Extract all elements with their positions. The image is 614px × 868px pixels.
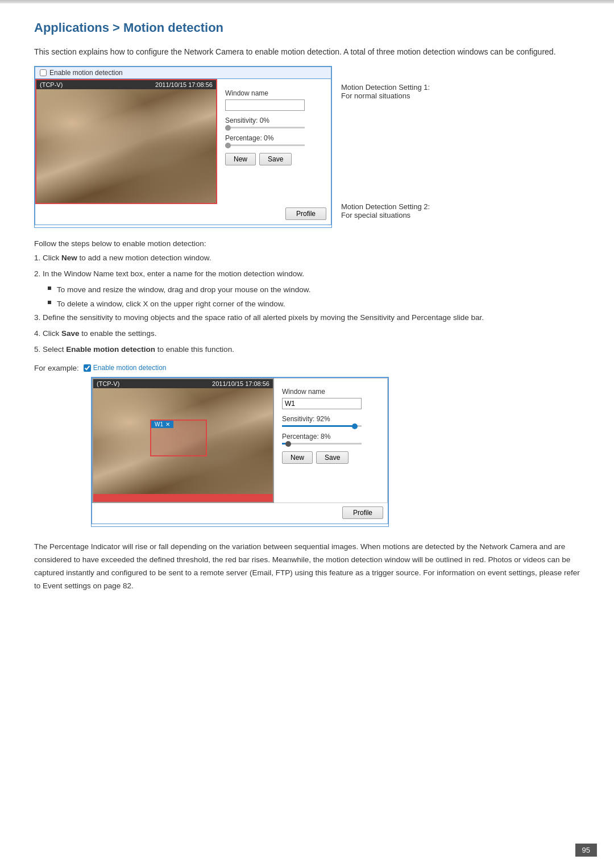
camera-image2: W1 ✕ bbox=[93, 388, 273, 502]
percentage-track bbox=[225, 144, 305, 146]
camera-settings-row2: (TCP-V) 2011/10/15 17:08:56 W1 ✕ bbox=[92, 378, 388, 503]
step4-bold: Save bbox=[61, 329, 80, 338]
annotation2-sub: For special situations bbox=[341, 211, 430, 219]
camera-image-inner bbox=[36, 89, 216, 203]
panel2-outer: (TCP-V) 2011/10/15 17:08:56 W1 ✕ bbox=[91, 377, 389, 527]
window-name-input2[interactable] bbox=[282, 398, 362, 409]
for-example-row: For example: Enable motion detection bbox=[34, 364, 580, 372]
sensitivity-label2: Sensitivity: 92% bbox=[282, 415, 379, 423]
percentage-thumb[interactable] bbox=[225, 143, 231, 148]
camera-header: (TCP-V) 2011/10/15 17:08:56 bbox=[36, 80, 216, 89]
sensitivity-label: Sensitivity: 0% bbox=[225, 117, 323, 124]
camera-timestamp: 2011/10/15 17:08:56 bbox=[155, 81, 213, 88]
intro-text: This section explains how to configure t… bbox=[34, 45, 580, 58]
new-button[interactable]: New bbox=[225, 153, 256, 165]
window-name-input[interactable] bbox=[225, 99, 305, 111]
top-bar bbox=[0, 0, 614, 3]
camera-header2: (TCP-V) 2011/10/15 17:08:56 bbox=[93, 379, 273, 388]
camera-label: (TCP-V) bbox=[40, 81, 63, 88]
w1-detection-box: W1 ✕ bbox=[150, 420, 207, 456]
profile-button2[interactable]: Profile bbox=[342, 506, 383, 519]
annotation1: Motion Detection Setting 1: For normal s… bbox=[341, 83, 430, 100]
annotation1-sub: For normal situations bbox=[341, 92, 430, 100]
camera-label2: (TCP-V) bbox=[97, 380, 119, 387]
w1-label-bar: W1 ✕ bbox=[151, 421, 173, 428]
red-indicator-bar bbox=[93, 494, 273, 502]
save-button[interactable]: Save bbox=[259, 153, 292, 165]
camera-settings-row: (TCP-V) 2011/10/15 17:08:56 Window name … bbox=[35, 79, 331, 204]
window-name-label: Window name bbox=[225, 89, 323, 97]
enable-label: Enable motion detection bbox=[49, 69, 123, 77]
camera-image bbox=[36, 89, 216, 203]
step1-bold: New bbox=[61, 254, 77, 262]
w1-text: W1 bbox=[155, 421, 163, 427]
steps-intro: Follow the steps below to enable motion … bbox=[34, 237, 580, 251]
profile-button[interactable]: Profile bbox=[285, 207, 326, 220]
camera-panel2: (TCP-V) 2011/10/15 17:08:56 W1 ✕ bbox=[92, 378, 274, 503]
annotation1-title: Motion Detection Setting 1: bbox=[341, 83, 430, 92]
example-enable-inline: Enable motion detection bbox=[84, 364, 167, 372]
sensitivity-thumb2[interactable] bbox=[352, 423, 358, 429]
percentage-label: Percentage: 0% bbox=[225, 134, 323, 142]
step2: 2. In the Window Name text box, enter a … bbox=[34, 267, 580, 281]
percentage-track2 bbox=[282, 443, 362, 445]
step4: 4. Click Save to enable the settings. bbox=[34, 327, 580, 340]
step5-bold: Enable motion detection bbox=[66, 345, 155, 354]
steps-section: Follow the steps below to enable motion … bbox=[34, 237, 580, 356]
bottom-text: The Percentage Indicator will rise or fa… bbox=[34, 541, 580, 593]
sensitivity-fill2 bbox=[282, 425, 355, 427]
window-name-label2: Window name bbox=[282, 388, 379, 396]
panel1-box: Enable motion detection (TCP-V) 2011/10/… bbox=[35, 67, 331, 225]
step3: 3. Define the sensitivity to moving obje… bbox=[34, 311, 580, 325]
annotation2-title: Motion Detection Setting 2: bbox=[341, 202, 430, 211]
sensitivity-thumb[interactable] bbox=[225, 125, 231, 131]
step5: 5. Select Enable motion detection to ena… bbox=[34, 343, 580, 356]
enable-bar: Enable motion detection bbox=[35, 67, 331, 79]
percentage-thumb2[interactable] bbox=[285, 441, 291, 447]
btn-row2: New Save bbox=[282, 451, 379, 464]
camera-timestamp2: 2011/10/15 17:08:56 bbox=[212, 380, 269, 387]
annotation2: Motion Detection Setting 2: For special … bbox=[341, 202, 430, 219]
percentage-label2: Percentage: 8% bbox=[282, 433, 379, 441]
example2-area: (TCP-V) 2011/10/15 17:08:56 W1 ✕ bbox=[91, 377, 580, 527]
page-title: Applications > Motion detection bbox=[34, 20, 580, 35]
profile-row2: Profile bbox=[92, 503, 388, 524]
example-enable-label: Enable motion detection bbox=[93, 364, 167, 372]
example-checkbox[interactable] bbox=[84, 364, 91, 372]
settings-panel: Window name Sensitivity: 0% Percentage: … bbox=[217, 79, 331, 204]
save-button2[interactable]: Save bbox=[316, 451, 349, 464]
step1: 1. Click New to add a new motion detecti… bbox=[34, 251, 580, 265]
sensitivity-track2 bbox=[282, 425, 362, 427]
example-label: For example: bbox=[34, 364, 79, 372]
bullet-icon bbox=[48, 286, 51, 290]
sub2b-text: To delete a window, click X on the upper… bbox=[57, 297, 285, 311]
sub2a-text: To move and resize the window, drag and … bbox=[57, 283, 311, 297]
panel2-box: (TCP-V) 2011/10/15 17:08:56 W1 ✕ bbox=[92, 377, 388, 524]
profile-row: Profile bbox=[35, 204, 331, 225]
sub2b: To delete a window, click X on the upper… bbox=[48, 297, 580, 311]
w1-close-icon[interactable]: ✕ bbox=[165, 421, 170, 427]
settings-panel2: Window name Sensitivity: 92% Percentage:… bbox=[274, 378, 388, 503]
enable-checkbox[interactable] bbox=[40, 69, 47, 76]
sensitivity-track bbox=[225, 127, 305, 128]
panel1-outer: Enable motion detection (TCP-V) 2011/10/… bbox=[34, 66, 332, 228]
page-number: 95 bbox=[575, 844, 597, 857]
annotations: Motion Detection Setting 1: For normal s… bbox=[341, 66, 430, 219]
bullet-icon2 bbox=[48, 301, 51, 304]
camera-panel: (TCP-V) 2011/10/15 17:08:56 bbox=[35, 79, 217, 204]
new-button2[interactable]: New bbox=[282, 451, 313, 464]
btn-row: New Save bbox=[225, 153, 323, 165]
sub2a: To move and resize the window, drag and … bbox=[48, 283, 580, 297]
